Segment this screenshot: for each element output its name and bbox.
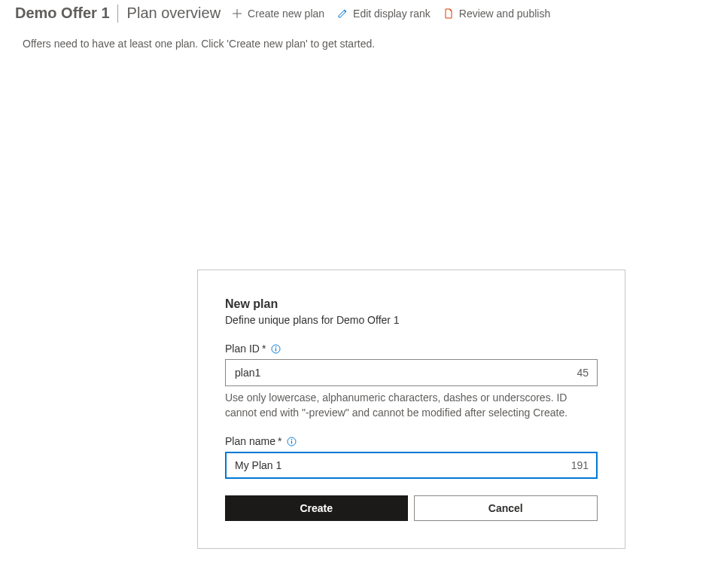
svg-point-4 (291, 439, 293, 440)
cancel-button[interactable]: Cancel (414, 495, 598, 521)
info-icon[interactable] (286, 436, 297, 446)
create-button[interactable]: Create (225, 495, 408, 521)
review-publish-button[interactable]: Review and publish (443, 8, 550, 20)
toolbar-label: Review and publish (459, 8, 550, 20)
new-plan-dialog: New plan Define unique plans for Demo Of… (197, 270, 625, 549)
toolbar-label: Edit display rank (353, 8, 431, 20)
plan-id-label: Plan ID (225, 343, 260, 355)
empty-state-help-text: Offers need to have at least one plan. C… (0, 24, 712, 50)
plan-name-label: Plan name (225, 435, 275, 447)
create-new-plan-button[interactable]: Create new plan (231, 8, 324, 20)
document-icon (443, 8, 455, 20)
plan-id-help-text: Use only lowercase, alphanumeric charact… (225, 391, 598, 420)
svg-rect-2 (275, 348, 276, 351)
pencil-icon (336, 8, 348, 20)
info-icon[interactable] (270, 343, 281, 354)
edit-display-rank-button[interactable]: Edit display rank (336, 8, 431, 20)
svg-point-1 (275, 346, 277, 348)
section-title: Plan overview (120, 5, 232, 22)
svg-rect-5 (291, 440, 292, 443)
plan-id-input[interactable] (225, 359, 598, 386)
offer-title: Demo Offer 1 (15, 5, 117, 22)
dialog-subtitle: Define unique plans for Demo Offer 1 (225, 314, 598, 326)
required-asterisk: * (278, 435, 281, 447)
toolbar-label: Create new plan (248, 8, 324, 20)
dialog-title: New plan (225, 297, 598, 311)
plus-icon (231, 8, 243, 20)
required-asterisk: * (262, 343, 266, 355)
header-divider (117, 5, 118, 23)
plan-name-input[interactable] (225, 452, 598, 479)
